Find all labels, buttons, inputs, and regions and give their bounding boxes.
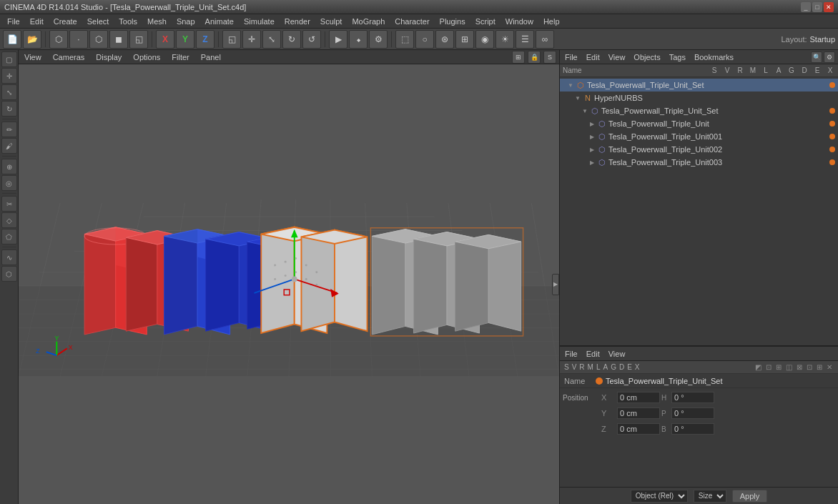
obj-settings-button[interactable]: ⚙	[824, 51, 835, 63]
tree-row-group[interactable]: ▼ ⬡ Tesla_Powerwall_Triple_Unit_Set	[560, 104, 838, 117]
magnet-tool-button[interactable]: ◎	[1, 175, 17, 191]
coord-system-select[interactable]: Object (Rel)	[631, 490, 688, 503]
tree-row-root[interactable]: ▼ ⬡ Tesla_Powerwall_Triple_Unit_Set	[560, 79, 838, 92]
extrude-tool-button[interactable]: ⬠	[1, 229, 17, 244]
menu-mograph[interactable]: MoGraph	[347, 16, 389, 27]
point-mode-button[interactable]: ·	[69, 30, 88, 49]
size-mode-select[interactable]: Size	[694, 490, 726, 503]
minimize-button[interactable]: _	[801, 2, 811, 12]
rot-b-input[interactable]	[671, 423, 714, 435]
brush-tool-button[interactable]: ✏	[1, 122, 17, 137]
menu-render[interactable]: Render	[280, 16, 315, 27]
maximize-button[interactable]: □	[812, 2, 822, 12]
move-tool-button[interactable]: ✛	[1, 68, 17, 84]
scale-button[interactable]: ⤡	[262, 30, 281, 49]
pos-z-input[interactable]	[617, 423, 660, 435]
vp-menu-view[interactable]: View	[21, 53, 44, 61]
paint-tool-button[interactable]: 🖌	[1, 138, 17, 154]
menu-character[interactable]: Character	[390, 16, 433, 27]
menu-script[interactable]: Script	[471, 16, 500, 27]
viewport[interactable]: Perspective	[19, 64, 559, 504]
x-axis-button[interactable]: X	[156, 30, 174, 49]
cube-button[interactable]: ⬚	[395, 30, 414, 49]
obj-menu-tags[interactable]: Tags	[667, 53, 688, 61]
expand-unit003[interactable]: ▶	[588, 159, 596, 166]
attrib-icon-2[interactable]: ⊡	[764, 363, 773, 371]
menu-snap[interactable]: Snap	[172, 16, 199, 27]
edge-mode-button[interactable]: ⬡	[89, 30, 108, 49]
attrib-icon-4[interactable]: ◫	[784, 363, 794, 371]
attrib-icon-x[interactable]: ✕	[825, 363, 834, 371]
expand-group[interactable]: ▼	[581, 107, 588, 114]
rot-h-input[interactable]	[671, 392, 714, 403]
obj-search-button[interactable]: 🔍	[811, 51, 822, 63]
undo-button[interactable]: ↺	[302, 30, 321, 49]
tree-row-unit[interactable]: ▶ ⬡ Tesla_Powerwall_Triple_Unit	[560, 117, 838, 130]
z-axis-button[interactable]: Z	[196, 30, 215, 49]
pos-x-input[interactable]	[617, 392, 660, 403]
scale-tool-button[interactable]: ⤡	[1, 84, 17, 100]
vp-menu-filter[interactable]: Filter	[169, 53, 192, 61]
null-button[interactable]: ∞	[536, 30, 554, 49]
menu-tools[interactable]: Tools	[114, 16, 142, 27]
close-button[interactable]: ✕	[824, 2, 834, 12]
model-mode-button[interactable]: ⬡	[49, 30, 68, 49]
spline-tool-button[interactable]: ∿	[1, 249, 17, 265]
box-select-button[interactable]: ◱	[222, 30, 241, 49]
attrib-icon-6[interactable]: ⊡	[805, 363, 814, 371]
attrib-icon-5[interactable]: ⊠	[795, 363, 804, 371]
floor-button[interactable]: ☰	[516, 30, 534, 49]
attrib-icon-3[interactable]: ⊞	[774, 363, 783, 371]
sphere-button[interactable]: ○	[415, 30, 434, 49]
menu-help[interactable]: Help	[539, 16, 564, 27]
uv-mode-button[interactable]: ◱	[129, 30, 148, 49]
cut-tool-button[interactable]: ✂	[1, 196, 17, 212]
attrib-menu-edit[interactable]: Edit	[584, 350, 602, 358]
attrib-icon-1[interactable]: ◩	[754, 363, 763, 371]
vp-menu-options[interactable]: Options	[130, 53, 163, 61]
rotate-tool-button[interactable]: ↻	[1, 101, 17, 117]
vp-solo-button[interactable]: S	[543, 51, 556, 64]
render-settings-button[interactable]: ⚙	[369, 30, 388, 49]
render-view-button[interactable]: ▶	[329, 30, 347, 49]
open-button[interactable]: 📂	[23, 30, 41, 49]
menu-mesh[interactable]: Mesh	[143, 16, 171, 27]
nurbs-button[interactable]: ⊛	[435, 30, 454, 49]
vp-menu-panel[interactable]: Panel	[198, 53, 224, 61]
tree-row-hypernurbs[interactable]: ▼ N HyperNURBS	[560, 92, 838, 104]
snap-tool-button[interactable]: ⊕	[1, 159, 17, 174]
new-button[interactable]: 📄	[3, 30, 21, 49]
expand-unit[interactable]: ▶	[588, 120, 596, 127]
vp-menu-display[interactable]: Display	[93, 53, 124, 61]
menu-file[interactable]: File	[3, 16, 24, 27]
expand-root[interactable]: ▼	[567, 81, 574, 89]
menu-sculpt[interactable]: Sculpt	[316, 16, 347, 27]
tree-row-unit002[interactable]: ▶ ⬡ Tesla_Powerwall_Triple_Unit002	[560, 143, 838, 156]
poly-mode-button[interactable]: ◼	[109, 30, 128, 49]
expand-hypernurbs[interactable]: ▼	[574, 94, 581, 102]
menu-select[interactable]: Select	[83, 16, 114, 27]
menu-simulate[interactable]: Simulate	[240, 16, 279, 27]
rot-p-input[interactable]	[671, 407, 714, 419]
camera-button[interactable]: ◉	[475, 30, 494, 49]
vp-lock-button[interactable]: 🔒	[528, 51, 541, 64]
selection-tool-button[interactable]: ▢	[1, 51, 17, 67]
apply-button[interactable]: Apply	[732, 490, 768, 503]
obj-menu-edit[interactable]: Edit	[584, 53, 602, 61]
menu-plugins[interactable]: Plugins	[435, 16, 470, 27]
vp-maximize-button[interactable]: ⊞	[512, 51, 525, 64]
knife-tool-button[interactable]: ◇	[1, 212, 17, 228]
attrib-menu-file[interactable]: File	[563, 350, 580, 358]
menu-animate[interactable]: Animate	[201, 16, 238, 27]
move-button[interactable]: ✛	[242, 30, 261, 49]
y-axis-button[interactable]: Y	[176, 30, 194, 49]
tree-row-unit001[interactable]: ▶ ⬡ Tesla_Powerwall_Triple_Unit001	[560, 130, 838, 143]
obj-menu-file[interactable]: File	[563, 53, 580, 61]
render-active-button[interactable]: ⬥	[349, 30, 368, 49]
rotate-button[interactable]: ↻	[282, 30, 301, 49]
obj-menu-objects[interactable]: Objects	[631, 53, 662, 61]
vp-menu-cameras[interactable]: Cameras	[50, 53, 88, 61]
expand-unit001[interactable]: ▶	[588, 133, 596, 140]
tree-row-unit003[interactable]: ▶ ⬡ Tesla_Powerwall_Triple_Unit003	[560, 156, 838, 169]
attrib-menu-view[interactable]: View	[606, 350, 628, 358]
